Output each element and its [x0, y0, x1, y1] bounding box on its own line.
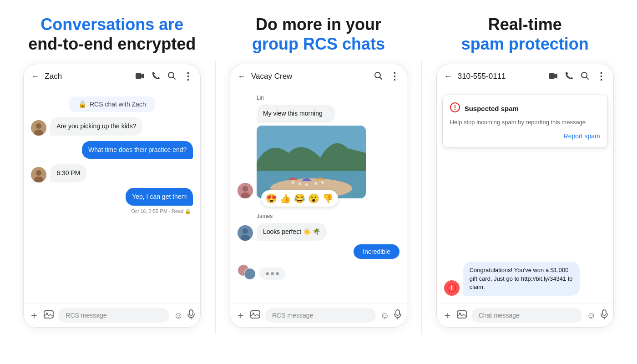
search-icon-enc[interactable] [167, 71, 176, 82]
phone-mockup-spam: ← 310-555-0111 ⋮ [436, 64, 614, 328]
more-icon-grp[interactable]: ⋮ [389, 71, 399, 82]
input-bar-1: ＋ RCS message ☺ [24, 303, 200, 327]
avatar-spam [444, 280, 460, 296]
mic-icon-2[interactable] [394, 309, 401, 322]
dot-1 [266, 272, 269, 275]
more-icon-enc[interactable]: ⋮ [183, 71, 193, 82]
reaction-wow[interactable]: 😮 [308, 193, 319, 204]
bubble-lin-text: My view this morning [257, 105, 335, 123]
svg-rect-12 [189, 310, 193, 315]
heading-encryption: Conversations are end-to-end encrypted [28, 14, 196, 55]
chat-header-group: ← Vacay Crew ⋮ [230, 64, 407, 89]
rcs-label-text: RCS chat with Zach [90, 101, 146, 108]
heading-spam-line1: Real-time [488, 15, 562, 34]
typing-dots [259, 268, 285, 280]
svg-point-28 [243, 228, 248, 234]
timestamp: Oct 16, 3:55 PM · Read 🔒 [31, 208, 193, 214]
input-bar-2: ＋ RCS message ☺ [230, 303, 407, 327]
sender-james: James [257, 213, 399, 219]
msg-row-spam: Congratulations! You've won a $1,000 gif… [444, 262, 606, 296]
add-icon-2[interactable]: ＋ [236, 308, 246, 322]
message-input-1[interactable]: RCS message [58, 308, 169, 323]
dot-2 [271, 272, 274, 275]
rcs-label: 🔒 RCS chat with Zach [69, 96, 155, 112]
svg-line-37 [586, 77, 588, 79]
msg-row-3: 6:30 PM [31, 164, 193, 182]
svg-point-22 [292, 181, 294, 184]
reaction-thumbsup[interactable]: 👍 [280, 193, 291, 204]
chat-header-encryption: ← Zach ⋮ [24, 64, 200, 89]
feature-column-encryption: Conversations are end-to-end encrypted ←… [9, 9, 215, 332]
mic-icon-1[interactable] [187, 309, 195, 322]
chat-body-encryption: 🔒 RCS chat with Zach Are you picking up … [24, 89, 200, 303]
image-icon-1[interactable] [44, 310, 54, 321]
report-spam-button[interactable]: Report spam [564, 132, 600, 140]
spam-header: Suspected spam [450, 102, 600, 115]
phone-icon-spam[interactable] [565, 71, 573, 82]
svg-marker-1 [142, 73, 144, 79]
mic-icon-3[interactable] [601, 309, 608, 322]
phone-icon[interactable] [152, 71, 160, 82]
emoji-icon-1[interactable]: ☺ [174, 310, 183, 321]
svg-line-3 [173, 77, 175, 79]
svg-rect-30 [251, 311, 260, 318]
reaction-love[interactable]: 😍 [266, 193, 277, 204]
header-icons-encryption: ⋮ [136, 71, 193, 82]
chat-title-encryption: Zach [45, 72, 130, 81]
spam-warning-icon [450, 102, 460, 115]
main-container: Conversations are end-to-end encrypted ←… [0, 0, 637, 364]
message-input-3[interactable]: Chat message [471, 308, 582, 323]
avatar-zach [31, 120, 46, 136]
message-input-2[interactable]: RCS message [265, 308, 376, 323]
heading-group: Do more in your group RCS chats [252, 14, 385, 55]
msg-row-2: What time does their practice end? [31, 141, 193, 159]
dot-3 [276, 272, 279, 275]
spam-action-area: Report spam [450, 132, 600, 140]
search-icon-spam[interactable] [581, 71, 589, 82]
emoji-icon-3[interactable]: ☺ [586, 310, 596, 321]
bubble-2: What time does their practice end? [82, 141, 193, 159]
back-button-encryption[interactable]: ← [31, 72, 39, 81]
more-icon-spam[interactable]: ⋮ [596, 71, 606, 82]
svg-rect-10 [44, 311, 53, 318]
image-icon-3[interactable] [457, 310, 467, 321]
msg-row-incredible: Incredible [238, 244, 399, 259]
header-icons-spam: ⋮ [549, 71, 606, 82]
bubble-3: 6:30 PM [50, 164, 86, 182]
msg-row-lin-text: My view this morning [238, 105, 399, 198]
image-icon-2[interactable] [250, 310, 260, 321]
phone-mockup-encryption: ← Zach ⋮ [23, 64, 201, 328]
input-bar-3: ＋ Chat message ☺ [437, 303, 613, 327]
back-button-spam[interactable]: ← [444, 72, 452, 81]
msg-row-4: Yep, I can get them [31, 188, 193, 206]
bubble-incredible: Incredible [354, 244, 399, 259]
video-icon-spam[interactable] [549, 72, 558, 81]
reaction-laugh[interactable]: 😂 [294, 193, 305, 204]
spam-description: Help stop incoming spam by reporting thi… [450, 118, 600, 126]
svg-point-40 [454, 109, 455, 110]
feature-column-spam: Real-time spam protection ← 310-555-0111 [422, 9, 628, 332]
reaction-bar: 😍 👍 😂 😮 👎 [261, 190, 338, 207]
add-icon-1[interactable]: ＋ [29, 308, 39, 322]
back-button-group[interactable]: ← [238, 72, 246, 81]
svg-point-2 [168, 72, 174, 78]
image-wrapper: 😍 👍 😂 😮 👎 [257, 126, 366, 198]
svg-point-8 [36, 170, 41, 176]
svg-point-26 [321, 181, 324, 184]
header-icons-group: ⋮ [374, 71, 399, 82]
spam-title: Suspected spam [465, 105, 519, 112]
svg-point-23 [298, 182, 301, 185]
svg-rect-32 [396, 310, 399, 315]
video-icon[interactable] [136, 72, 145, 81]
heading-group-line2: group RCS chats [252, 34, 385, 54]
avatar-james [238, 225, 253, 241]
bubble-james: Looks perfect ☀️ 🌴 [257, 223, 327, 241]
search-icon-grp[interactable] [374, 71, 382, 82]
svg-point-24 [305, 183, 308, 186]
emoji-icon-2[interactable]: ☺ [380, 310, 389, 321]
sender-lin: Lin [257, 95, 399, 101]
svg-point-25 [314, 182, 317, 185]
reaction-thumbsdown[interactable]: 👎 [322, 193, 334, 204]
add-icon-3[interactable]: ＋ [442, 308, 452, 322]
chat-title-group: Vacay Crew [251, 72, 369, 81]
